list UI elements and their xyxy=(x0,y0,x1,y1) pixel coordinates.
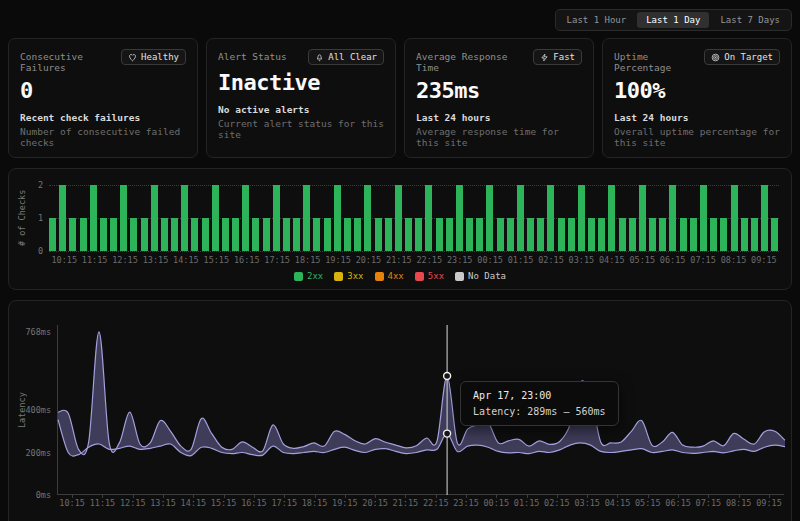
bar-2xx[interactable] xyxy=(588,218,595,251)
bar-2xx[interactable] xyxy=(517,185,524,251)
bar-2xx[interactable] xyxy=(212,185,219,251)
bar-2xx[interactable] xyxy=(232,218,239,251)
bar-2xx[interactable] xyxy=(710,218,717,251)
bar-2xx[interactable] xyxy=(385,218,392,251)
bar-2xx[interactable] xyxy=(303,185,310,251)
bar-2xx[interactable] xyxy=(486,185,493,251)
bar-2xx[interactable] xyxy=(436,218,443,251)
bar-2xx[interactable] xyxy=(568,218,575,251)
bar-2xx[interactable] xyxy=(629,218,636,251)
bar-2xx[interactable] xyxy=(293,218,300,251)
bar-2xx[interactable] xyxy=(181,185,188,251)
x-tick-label: 10:15 xyxy=(49,255,79,265)
bar-2xx[interactable] xyxy=(395,185,402,251)
bar-2xx[interactable] xyxy=(608,185,615,251)
time-range-last-7-days[interactable]: Last 7 Days xyxy=(711,12,789,28)
bar-2xx[interactable] xyxy=(446,218,453,251)
bar-2xx[interactable] xyxy=(252,218,259,251)
bar-2xx[interactable] xyxy=(720,218,727,251)
bar-2xx[interactable] xyxy=(731,185,738,251)
bar-2xx[interactable] xyxy=(527,218,534,251)
y-tick-label: 0ms xyxy=(9,490,51,500)
bar-2xx[interactable] xyxy=(90,185,97,251)
bar-2xx[interactable] xyxy=(375,218,382,251)
bar-2xx[interactable] xyxy=(120,185,127,251)
bar-2xx[interactable] xyxy=(751,218,758,251)
bar-2xx[interactable] xyxy=(171,218,178,251)
bar-2xx[interactable] xyxy=(49,218,56,251)
time-range-last-1-day[interactable]: Last 1 Day xyxy=(637,12,709,28)
stat-description: Average response time for this site xyxy=(416,126,582,148)
bar-2xx[interactable] xyxy=(558,218,565,251)
latency-svg xyxy=(58,325,785,495)
bar-2xx[interactable] xyxy=(669,185,676,251)
time-range-last-1-hour[interactable]: Last 1 Hour xyxy=(558,12,636,28)
bar-2xx[interactable] xyxy=(313,218,320,251)
bar-2xx[interactable] xyxy=(659,218,666,251)
bar-2xx[interactable] xyxy=(263,218,270,251)
bar-2xx[interactable] xyxy=(334,185,341,251)
x-tick-label: 23:15 xyxy=(444,255,474,265)
bar-2xx[interactable] xyxy=(578,185,585,251)
legend-item-no-data[interactable]: No Data xyxy=(455,271,506,281)
latency-area-chart[interactable] xyxy=(57,325,784,495)
x-tick-label: 05:15 xyxy=(633,498,663,508)
bar-2xx[interactable] xyxy=(405,218,412,251)
bar-2xx[interactable] xyxy=(242,185,249,251)
bar-2xx[interactable] xyxy=(151,185,158,251)
bar-2xx[interactable] xyxy=(497,218,504,251)
bar-2xx[interactable] xyxy=(700,185,707,251)
bar-2xx[interactable] xyxy=(130,218,137,251)
bar-2xx[interactable] xyxy=(191,218,198,251)
bar-2xx[interactable] xyxy=(537,218,544,251)
bar-2xx[interactable] xyxy=(547,185,554,251)
legend-item-3xx[interactable]: 3xx xyxy=(334,271,363,281)
bar-2xx[interactable] xyxy=(100,218,107,251)
bar-2xx[interactable] xyxy=(771,218,778,251)
bar-2xx[interactable] xyxy=(344,218,351,251)
x-tick-label: 13:15 xyxy=(140,255,170,265)
bar-2xx[interactable] xyxy=(283,218,290,251)
bar-2xx[interactable] xyxy=(80,218,87,251)
bar-2xx[interactable] xyxy=(425,185,432,251)
bar-2xx[interactable] xyxy=(110,218,117,251)
axis-tick xyxy=(375,495,376,498)
bar-2xx[interactable] xyxy=(761,185,768,251)
bar-2xx[interactable] xyxy=(619,218,626,251)
bar-2xx[interactable] xyxy=(161,218,168,251)
bar-2xx[interactable] xyxy=(202,218,209,251)
bar-2xx[interactable] xyxy=(59,185,66,251)
bar-2xx[interactable] xyxy=(680,218,687,251)
axis-tick xyxy=(405,495,406,498)
stat-card-alert-status: Alert Status All Clear Inactive No activ… xyxy=(206,38,396,158)
bar-2xx[interactable] xyxy=(649,218,656,251)
bar-2xx[interactable] xyxy=(415,218,422,251)
stat-description: Overall uptime percentage for this site xyxy=(614,126,780,148)
bar-2xx[interactable] xyxy=(466,218,473,251)
bar-2xx[interactable] xyxy=(476,218,483,251)
bar-2xx[interactable] xyxy=(364,185,371,251)
bar-2xx[interactable] xyxy=(354,218,361,251)
x-tick-label: 00:15 xyxy=(481,498,511,508)
bar-2xx[interactable] xyxy=(222,218,229,251)
x-tick-label: 06:15 xyxy=(657,255,687,265)
bar-2xx[interactable] xyxy=(507,218,514,251)
axis-tick xyxy=(678,495,679,498)
bar-2xx[interactable] xyxy=(324,218,331,251)
legend-item-5xx[interactable]: 5xx xyxy=(415,271,444,281)
x-tick-label: 19:15 xyxy=(323,255,353,265)
x-tick-label: 16:15 xyxy=(239,498,269,508)
stat-subtitle: Last 24 hours xyxy=(416,112,582,123)
bar-2xx[interactable] xyxy=(741,218,748,251)
legend-item-4xx[interactable]: 4xx xyxy=(375,271,404,281)
legend-item-2xx[interactable]: 2xx xyxy=(294,271,323,281)
bar-2xx[interactable] xyxy=(69,218,76,251)
bar-2xx[interactable] xyxy=(598,218,605,251)
bar-2xx[interactable] xyxy=(456,185,463,251)
chart-tooltip: Apr 17, 23:00 Latency: 289ms — 560ms xyxy=(460,381,618,426)
card-title: Average Response Time xyxy=(416,49,529,73)
bar-2xx[interactable] xyxy=(639,185,646,251)
bar-2xx[interactable] xyxy=(141,218,148,251)
bar-2xx[interactable] xyxy=(690,218,697,251)
bar-2xx[interactable] xyxy=(273,185,280,251)
